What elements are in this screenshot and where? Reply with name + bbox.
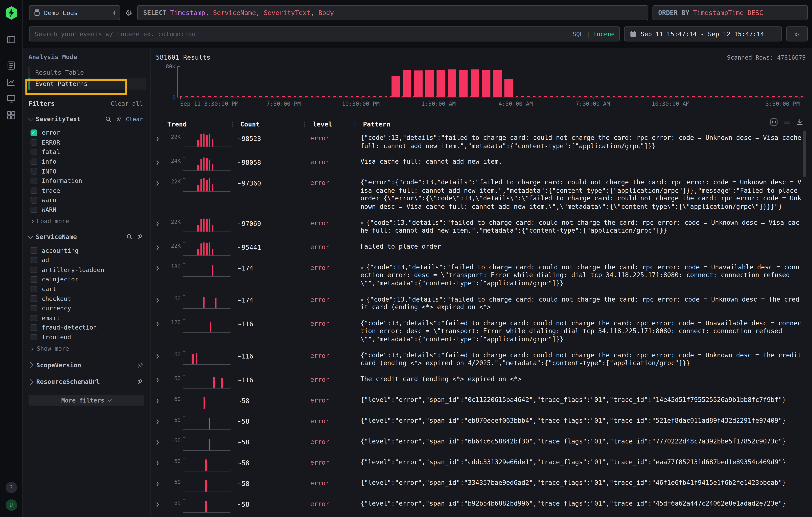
table-row[interactable]: ❯60~58error{"level":"error","span_id":"3…	[156, 474, 806, 495]
table-row[interactable]: ❯120~116error{"code":13,"details":"faile…	[156, 315, 806, 347]
filter-option[interactable]: trace	[29, 186, 146, 196]
run-query-button[interactable]: ▷	[786, 27, 808, 41]
filter-option[interactable]: ERROR	[29, 138, 146, 147]
expand-row-chevron-icon[interactable]: ❯	[156, 395, 167, 409]
expand-row-chevron-icon[interactable]: ❯	[156, 262, 167, 288]
sql-mode[interactable]: SQL	[573, 30, 583, 37]
expand-row-chevron-icon[interactable]: ❯	[156, 157, 167, 171]
pattern-cell[interactable]: ×{"code":13,"details":"failed to charge …	[360, 294, 806, 312]
checkbox[interactable]	[30, 305, 37, 312]
checkbox[interactable]	[30, 334, 37, 340]
table-row[interactable]: ❯60~58error{"level":"error","span_id":"6…	[156, 433, 806, 454]
filter-option[interactable]: cainjector	[29, 275, 146, 284]
lucene-mode[interactable]: Lucene	[593, 30, 615, 37]
checkbox[interactable]	[30, 159, 37, 165]
pattern-cell[interactable]: The credit card (ending <*> expired on <…	[360, 374, 806, 388]
table-row[interactable]: ❯24K~98058errorVisa cache full: cannot a…	[156, 153, 806, 174]
expand-row-chevron-icon[interactable]: ❯	[156, 478, 167, 492]
histogram-bar[interactable]	[437, 70, 445, 97]
checkbox[interactable]	[30, 286, 37, 292]
histogram-bar[interactable]	[470, 69, 479, 97]
search-icon[interactable]	[105, 116, 111, 122]
filter-option[interactable]: error	[29, 128, 146, 138]
table-row[interactable]: ❯60~58error{"level":"error","span_id":"b…	[156, 495, 806, 516]
pin-icon[interactable]	[137, 379, 143, 385]
pattern-cell[interactable]: Visa cache full: cannot add new item.	[360, 157, 806, 171]
load-more-link[interactable]: Load more	[29, 218, 146, 225]
expand-row-chevron-icon[interactable]: ❯	[156, 218, 167, 235]
histogram-bar[interactable]	[504, 79, 513, 97]
chevron-down-icon[interactable]	[28, 233, 33, 239]
checkbox[interactable]	[30, 178, 37, 184]
pattern-cell[interactable]: ×{"code":13,"details":"failed to charge …	[360, 218, 806, 235]
checkbox[interactable]	[30, 315, 37, 321]
search-input[interactable]	[29, 27, 620, 41]
pattern-cell[interactable]: {"code":13,"details":"failed to charge c…	[360, 318, 806, 344]
expand-row-chevron-icon[interactable]: ❯	[156, 294, 167, 312]
help-button[interactable]: ?	[5, 482, 17, 493]
filter-option[interactable]: fraud-detection	[29, 323, 146, 333]
logs-nav-icon[interactable]	[6, 60, 16, 70]
filter-option[interactable]: Information	[29, 176, 146, 186]
histogram-bar[interactable]	[426, 70, 434, 97]
avatar[interactable]: U	[5, 499, 17, 511]
checkbox[interactable]	[30, 257, 37, 263]
filter-option[interactable]: currency	[29, 304, 146, 313]
expand-row-chevron-icon[interactable]: ❯	[156, 374, 167, 388]
table-row[interactable]: ❯22K~97360error{"error":{"code":13,"deta…	[156, 174, 806, 214]
query-language-toggle[interactable]: SQL | Lucene	[573, 27, 615, 41]
histogram-bar[interactable]	[482, 70, 490, 97]
pattern-cell[interactable]: Failed to place order	[360, 242, 806, 256]
pin-icon[interactable]	[137, 234, 143, 240]
histogram-bar[interactable]	[459, 70, 468, 97]
scrollbar[interactable]	[803, 131, 806, 177]
checkbox[interactable]	[30, 295, 37, 302]
pattern-cell[interactable]: {"level":"error","span_id":"cddc331329e6…	[360, 457, 806, 471]
chevron-right-icon[interactable]	[28, 363, 33, 368]
expand-row-chevron-icon[interactable]: ❯	[156, 133, 167, 150]
select-query-input[interactable]: SELECT Timestamp, ServiceName, SeverityT…	[138, 5, 648, 20]
filter-option[interactable]: checkout	[29, 294, 146, 304]
source-select[interactable]: Demo Logs ▲▼	[29, 5, 120, 20]
monitor-nav-icon[interactable]	[6, 93, 16, 104]
table-row[interactable]: ❯22K~95441errorFailed to place order	[156, 238, 806, 259]
filter-group-name[interactable]: ResourceSchemaUrl	[36, 378, 100, 385]
table-row[interactable]: ❯22K~98523error{"code":13,"details":"fai…	[156, 130, 806, 153]
filter-option[interactable]: frontend	[29, 333, 146, 342]
table-row[interactable]: ❯60~58error{"level":"error","span_id":"0…	[156, 392, 806, 412]
analysis-mode-item-event-patterns[interactable]: Event Patterns	[29, 78, 146, 90]
column-drag-handle[interactable]: ⋮	[229, 120, 235, 127]
histogram-bar[interactable]	[414, 70, 423, 97]
gear-icon[interactable]: ⚙	[125, 8, 132, 17]
column-header-pattern[interactable]: ⋮Pattern	[360, 120, 806, 128]
checkbox[interactable]	[30, 197, 37, 203]
checkbox[interactable]	[30, 266, 37, 273]
checkbox[interactable]	[30, 206, 37, 213]
filter-option[interactable]: accounting	[29, 246, 146, 255]
filter-group-name[interactable]: ScopeVersion	[36, 362, 81, 369]
filter-group-name[interactable]: ServiceName	[36, 233, 77, 240]
table-row[interactable]: ❯60~174error×{"code":13,"details":"faile…	[156, 291, 806, 315]
checkbox[interactable]	[30, 276, 37, 283]
pattern-cell[interactable]: {"level":"error","span_id":"eb870ecef063…	[360, 416, 806, 430]
pattern-cell[interactable]: {"level":"error","span_id":"b92b54b6882b…	[360, 499, 806, 513]
filter-option[interactable]: warn	[29, 196, 146, 205]
histogram-bar[interactable]	[392, 76, 400, 97]
table-row[interactable]: ❯60~58error{"level":"error","span_id":"c…	[156, 454, 806, 474]
checkbox[interactable]	[30, 324, 37, 331]
column-header-trend[interactable]: Trend	[167, 120, 238, 128]
filter-option[interactable]: cart	[29, 284, 146, 294]
sidebar-toggle-icon[interactable]	[6, 34, 16, 45]
filter-group-name[interactable]: SeverityText	[36, 115, 81, 123]
expand-row-chevron-icon[interactable]: ❯	[156, 242, 167, 256]
filter-option[interactable]: fatal	[29, 147, 146, 157]
table-row[interactable]: ❯60~116error{"code":13,"details":"failed…	[156, 347, 806, 371]
chevron-right-icon[interactable]	[28, 379, 33, 385]
column-header-count[interactable]: ⋮Count	[238, 120, 310, 128]
column-drag-handle[interactable]: ⋮	[302, 120, 308, 127]
pattern-cell[interactable]: {"level":"error","span_id":"6b64c6c58842…	[360, 437, 806, 451]
chevron-down-icon[interactable]	[28, 115, 33, 121]
more-filters-button[interactable]: More filters	[29, 395, 144, 406]
clear-filter-button[interactable]: Clear	[126, 116, 143, 122]
download-icon[interactable]	[796, 118, 804, 126]
